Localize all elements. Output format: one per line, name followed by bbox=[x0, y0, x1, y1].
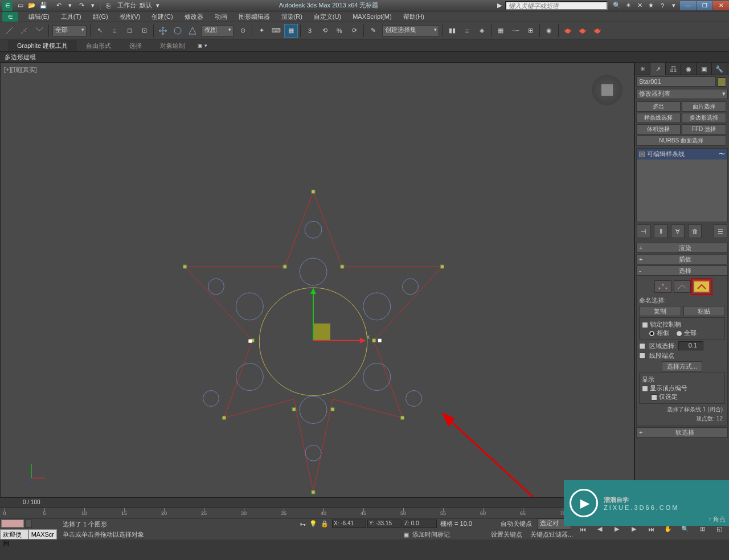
menu-view[interactable]: 视图(V) bbox=[114, 11, 146, 22]
modifier-list-dropdown[interactable]: 修改器列表 bbox=[636, 89, 728, 99]
close-button[interactable]: ✕ bbox=[713, 1, 729, 10]
workspace-label[interactable]: 工作台: 默认 bbox=[117, 1, 152, 10]
preset-nurbs-select[interactable]: NURBS 曲面选择 bbox=[636, 136, 726, 146]
time-tag-icon[interactable]: ▣ bbox=[403, 531, 409, 538]
object-color-swatch[interactable] bbox=[717, 77, 726, 87]
pivot-icon[interactable]: ⊙ bbox=[236, 24, 249, 38]
subobj-vertex-icon[interactable] bbox=[654, 280, 671, 293]
set-key-button[interactable]: 设置关键点 bbox=[491, 530, 522, 539]
select-object-icon[interactable]: ↖ bbox=[93, 24, 107, 38]
spinner-snap-icon[interactable]: ⟳ bbox=[347, 24, 361, 38]
named-selection-set[interactable]: 创建选择集 bbox=[382, 25, 439, 36]
edit-named-sel-icon[interactable]: ✎ bbox=[366, 24, 380, 38]
material-editor-icon[interactable]: ◉ bbox=[542, 24, 556, 38]
add-time-tag[interactable]: 添加时间标记 bbox=[412, 530, 450, 539]
copy-button[interactable]: 复制 bbox=[639, 306, 681, 316]
select-name-icon[interactable]: ≡ bbox=[108, 24, 121, 38]
exchange-icon[interactable]: ✕ bbox=[634, 1, 645, 10]
utilities-tab-icon[interactable]: 🔧 bbox=[712, 63, 727, 75]
select-by-button[interactable]: 选择方式... bbox=[662, 361, 702, 371]
area-select-checkbox[interactable] bbox=[639, 343, 645, 349]
segment-end-checkbox[interactable] bbox=[639, 353, 645, 359]
welcome-tab[interactable]: 欢迎使用 bbox=[0, 529, 28, 539]
help-menu-icon[interactable]: ▾ bbox=[669, 1, 679, 10]
keyboard-shortcut-icon[interactable]: ⌨ bbox=[269, 24, 283, 38]
viewcube[interactable] bbox=[592, 75, 622, 105]
auto-key-button[interactable]: 自动关键点 bbox=[501, 520, 532, 528]
search-input[interactable] bbox=[505, 1, 608, 10]
rendered-frame-icon[interactable]: 🫖 bbox=[576, 24, 589, 38]
stack-item-eye-icon[interactable]: 〜 bbox=[719, 150, 725, 158]
only-selected-checkbox[interactable] bbox=[651, 394, 657, 400]
render-production-icon[interactable]: 🫖 bbox=[591, 24, 604, 38]
menu-maxscript[interactable]: MAXScript(M) bbox=[347, 11, 397, 22]
ribbon-subpanel[interactable]: 多边形建模 bbox=[0, 52, 729, 63]
preset-poly-select[interactable]: 多边形选择 bbox=[682, 113, 726, 123]
menu-modifier[interactable]: 修改器 bbox=[179, 11, 209, 22]
menu-edit[interactable]: 编辑(E) bbox=[23, 11, 55, 22]
snap-3-icon[interactable]: 3 bbox=[303, 24, 317, 38]
rollout-soft-selection[interactable]: +软选择 bbox=[636, 427, 728, 438]
create-tab-icon[interactable]: ✳ bbox=[635, 63, 650, 75]
angle-snap-icon[interactable]: ⟲ bbox=[318, 24, 331, 38]
layer-icon[interactable]: ◈ bbox=[475, 24, 489, 38]
ribbon-tab-graphite[interactable]: Graphite 建模工具 bbox=[8, 40, 77, 51]
coord-x[interactable]: X: -6.41 bbox=[332, 520, 366, 528]
menu-anim[interactable]: 动画 bbox=[209, 11, 233, 22]
all-radio[interactable] bbox=[676, 330, 682, 337]
comm-icon[interactable]: ✴ bbox=[623, 1, 633, 10]
modifier-stack[interactable]: + 可编辑样条线 〜 bbox=[636, 148, 728, 222]
lock-selection-icon[interactable] bbox=[25, 520, 32, 528]
menu-customize[interactable]: 自定义(U) bbox=[308, 11, 347, 22]
isolate-icon[interactable]: 💡 bbox=[309, 520, 317, 528]
viewport[interactable]: [+][顶][真实] bbox=[0, 63, 634, 497]
workspace-menu-icon[interactable]: ▾ bbox=[153, 1, 163, 10]
preset-extrude[interactable]: 挤出 bbox=[636, 101, 681, 112]
show-vertex-num-checkbox[interactable] bbox=[642, 386, 648, 392]
configure-sets-icon[interactable]: ☰ bbox=[714, 224, 727, 238]
move-icon[interactable] bbox=[156, 24, 170, 38]
ribbon-tab-objpaint[interactable]: 对象绘制 bbox=[151, 40, 194, 51]
app-icon[interactable]: ∈ bbox=[2, 1, 13, 11]
menu-render[interactable]: 渲染(R) bbox=[276, 11, 308, 22]
subobj-segment-icon[interactable] bbox=[674, 280, 691, 293]
paste-button[interactable]: 粘贴 bbox=[683, 306, 726, 316]
save-icon[interactable]: 💾 bbox=[38, 1, 48, 10]
schematic-icon[interactable]: ⊞ bbox=[523, 24, 537, 38]
bind-icon[interactable] bbox=[32, 24, 46, 38]
lock-handles-checkbox[interactable] bbox=[642, 322, 648, 328]
display-tab-icon[interactable]: ▣ bbox=[697, 63, 712, 75]
align-icon[interactable]: ≡ bbox=[460, 24, 474, 38]
manipulate-icon[interactable]: ✦ bbox=[255, 24, 268, 38]
area-select-value[interactable]: 0.1 bbox=[678, 341, 703, 350]
maxscript-tab[interactable]: MAXScr bbox=[28, 529, 57, 539]
pin-stack-icon[interactable]: ⊣ bbox=[637, 224, 650, 238]
menu-grapheditor[interactable]: 图形编辑器 bbox=[233, 11, 276, 22]
ref-coord-system[interactable]: 视图 bbox=[202, 25, 234, 36]
menu-tools[interactable]: 工具(T) bbox=[55, 11, 87, 22]
redo-menu-icon[interactable]: ▾ bbox=[88, 1, 98, 10]
link-icon[interactable]: ⎘ bbox=[103, 1, 113, 10]
minimize-button[interactable]: — bbox=[680, 1, 696, 10]
expand-icon[interactable]: + bbox=[639, 152, 645, 157]
mini-listener-icon[interactable] bbox=[1, 520, 24, 528]
percent-snap-icon[interactable]: % bbox=[333, 24, 346, 38]
maximize-button[interactable]: ❐ bbox=[697, 1, 712, 10]
open-icon[interactable]: 📂 bbox=[27, 1, 37, 10]
remove-modifier-icon[interactable]: 🗑 bbox=[688, 224, 702, 238]
show-end-result-icon[interactable]: Ⅱ bbox=[654, 224, 667, 238]
make-unique-icon[interactable]: ∀ bbox=[671, 224, 685, 238]
render-setup-icon[interactable]: 🫖 bbox=[561, 24, 575, 38]
lock-keys-icon[interactable]: 🗝 bbox=[300, 521, 306, 528]
mirror-icon[interactable]: ▮▮ bbox=[445, 24, 459, 38]
stack-item-editable-spline[interactable]: + 可编辑样条线 〜 bbox=[637, 149, 727, 160]
ribbon-expand-icon[interactable]: ▣ ▾ bbox=[198, 43, 207, 48]
menu-help[interactable]: 帮助(H) bbox=[398, 11, 430, 22]
redo-icon[interactable]: ↷ bbox=[76, 1, 87, 10]
undo-menu-icon[interactable]: ▾ bbox=[65, 1, 75, 10]
viewport-label[interactable]: [+][顶][真实] bbox=[4, 66, 37, 74]
selection-lock-icon[interactable]: 🔒 bbox=[321, 520, 329, 528]
rollout-render[interactable]: +渲染 bbox=[636, 243, 728, 253]
snap-toggle-icon[interactable]: ▦ bbox=[284, 24, 298, 38]
similar-radio[interactable] bbox=[649, 330, 655, 337]
